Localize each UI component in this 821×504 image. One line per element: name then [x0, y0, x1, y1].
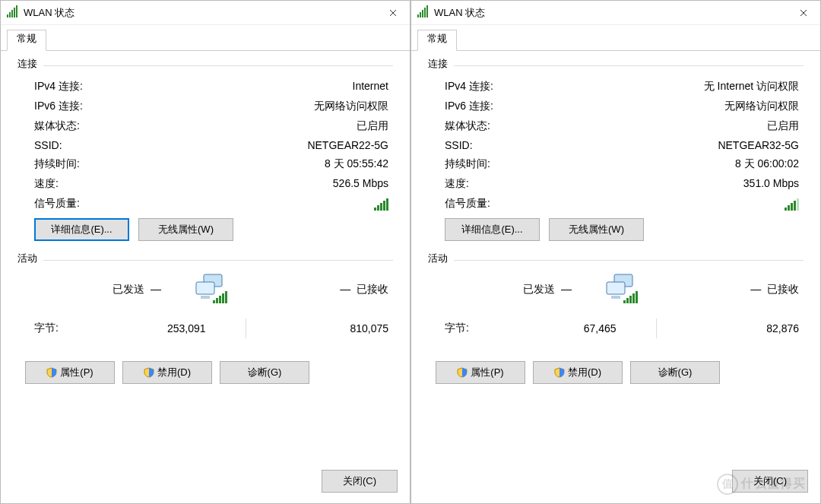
details-button[interactable]: 详细信息(E)...: [445, 218, 540, 241]
close-button[interactable]: 关闭(C): [732, 470, 808, 493]
titlebar: WLAN 状态: [1, 1, 410, 25]
close-window-button[interactable]: [376, 1, 410, 25]
sent-label: 已发送: [523, 283, 555, 295]
svg-rect-5: [219, 296, 221, 303]
wifi-titlebar-icon: [7, 7, 19, 19]
shield-icon: [554, 367, 565, 378]
svg-rect-14: [632, 293, 635, 303]
divider: [656, 319, 657, 338]
close-icon: [800, 9, 807, 17]
svg-rect-6: [222, 293, 224, 303]
svg-rect-2: [201, 296, 210, 299]
ssid-value: NETGEAR32-5G: [718, 139, 799, 151]
speed-value: 526.5 Mbps: [333, 177, 388, 191]
network-activity-icon: [601, 273, 643, 306]
media-state-label: 媒体状态:: [445, 119, 490, 133]
titlebar: WLAN 状态: [411, 1, 820, 25]
close-button[interactable]: 关闭(C): [322, 470, 398, 493]
activity-group-label: 活动: [17, 252, 37, 265]
properties-button[interactable]: 属性(P): [436, 361, 525, 384]
speed-label: 速度:: [445, 177, 469, 191]
signal-strength-icon: [785, 197, 799, 211]
wireless-properties-button[interactable]: 无线属性(W): [138, 218, 233, 241]
divider: [454, 260, 804, 261]
activity-group-label: 活动: [428, 252, 448, 265]
svg-rect-12: [626, 298, 629, 303]
svg-rect-10: [611, 296, 620, 299]
divider: [246, 319, 246, 338]
svg-rect-3: [213, 300, 215, 303]
wlan-status-dialog: WLAN 状态 常规 连接 IPv4 连接:Internet IPv6 连接:无…: [0, 0, 410, 504]
tab-strip: 常规: [1, 25, 410, 51]
svg-rect-13: [629, 296, 632, 303]
diagnose-button[interactable]: 诊断(G): [220, 361, 309, 384]
ssid-label: SSID:: [34, 139, 62, 151]
diagnose-button[interactable]: 诊断(G): [630, 361, 720, 384]
shield-icon: [457, 367, 468, 378]
svg-rect-4: [216, 298, 218, 303]
close-icon: [389, 9, 397, 17]
duration-value: 8 天 05:55:42: [325, 157, 388, 171]
ipv6-value: 无网络访问权限: [724, 100, 799, 113]
svg-rect-1: [196, 282, 214, 294]
wlan-status-dialog: WLAN 状态 常规 连接 IPv4 连接:无 Internet 访问权限 IP…: [410, 0, 821, 504]
window-title: WLAN 状态: [434, 6, 787, 20]
ipv6-value: 无网络访问权限: [314, 100, 388, 113]
bytes-label: 字节:: [445, 322, 513, 335]
tab-general[interactable]: 常规: [417, 30, 457, 51]
connection-group-label: 连接: [428, 57, 448, 71]
bytes-sent-value: 67,465: [513, 322, 635, 334]
svg-rect-11: [623, 300, 626, 303]
wireless-properties-button[interactable]: 无线属性(W): [549, 218, 644, 241]
bytes-label: 字节:: [34, 322, 103, 335]
ipv6-label: IPv6 连接:: [445, 100, 493, 113]
shield-icon: [46, 367, 57, 378]
speed-label: 速度:: [34, 177, 59, 191]
speed-value: 351.0 Mbps: [743, 177, 799, 191]
network-activity-icon: [190, 273, 233, 306]
details-button[interactable]: 详细信息(E)...: [34, 218, 129, 241]
ipv4-value: 无 Internet 访问权限: [704, 80, 799, 94]
connection-group-label: 连接: [17, 57, 37, 71]
bytes-received-value: 810,075: [268, 322, 389, 334]
svg-rect-7: [225, 291, 227, 303]
received-label: 已接收: [767, 283, 799, 295]
bytes-received-value: 82,876: [678, 322, 800, 334]
svg-rect-9: [607, 282, 625, 294]
media-state-value: 已启用: [767, 119, 799, 133]
ipv4-label: IPv4 连接:: [445, 80, 493, 94]
window-title: WLAN 状态: [24, 6, 376, 20]
disable-button[interactable]: 禁用(D): [533, 361, 623, 384]
connection-details: IPv4 连接:Internet IPv6 连接:无网络访问权限 媒体状态:已启…: [17, 77, 393, 211]
properties-button[interactable]: 属性(P): [25, 361, 115, 384]
ssid-value: NETGEAR22-5G: [307, 139, 388, 151]
signal-quality-label: 信号质量:: [34, 197, 80, 211]
ipv6-label: IPv6 连接:: [34, 100, 83, 113]
connection-details: IPv4 连接:无 Internet 访问权限 IPv6 连接:无网络访问权限 …: [428, 77, 804, 211]
duration-value: 8 天 06:00:02: [735, 157, 799, 171]
media-state-value: 已启用: [357, 119, 388, 133]
svg-rect-15: [636, 291, 638, 303]
bytes-sent-value: 253,091: [103, 322, 224, 334]
duration-label: 持续时间:: [445, 157, 490, 171]
wifi-titlebar-icon: [417, 7, 430, 19]
ipv4-label: IPv4 连接:: [34, 80, 83, 94]
divider: [454, 65, 804, 66]
divider: [43, 260, 393, 261]
close-window-button[interactable]: [787, 1, 820, 25]
duration-label: 持续时间:: [34, 157, 80, 171]
tab-strip: 常规: [411, 25, 820, 51]
shield-icon: [144, 367, 154, 378]
tab-general[interactable]: 常规: [7, 30, 46, 51]
ssid-label: SSID:: [445, 139, 473, 151]
media-state-label: 媒体状态:: [34, 119, 80, 133]
divider: [43, 65, 393, 66]
signal-quality-label: 信号质量:: [445, 197, 490, 211]
received-label: 已接收: [357, 283, 388, 295]
signal-strength-icon: [374, 197, 388, 211]
ipv4-value: Internet: [353, 80, 388, 94]
disable-button[interactable]: 禁用(D): [122, 361, 212, 384]
sent-label: 已发送: [113, 283, 144, 295]
